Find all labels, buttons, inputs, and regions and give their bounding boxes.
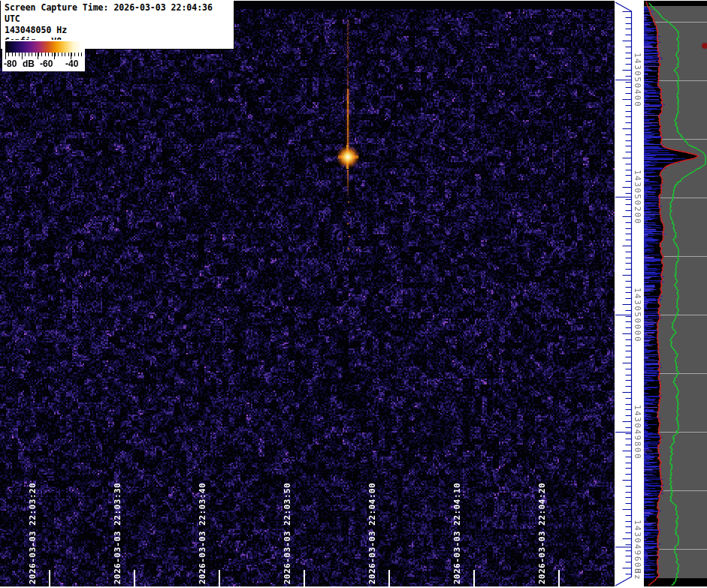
frequency-axis-label: Hz xyxy=(633,568,642,580)
colorbar-label: -80 xyxy=(4,59,17,69)
frequency-axis: 1430504001430502001430500001430498001430… xyxy=(615,0,644,588)
waterfall-spectrogram xyxy=(0,0,615,586)
time-axis-tick xyxy=(219,570,220,586)
colorbar-labels: -80dB-60-40 xyxy=(2,60,85,70)
colorbar-label: -40 xyxy=(65,59,78,69)
colorbar-gradient xyxy=(5,41,82,53)
time-axis-label: 2026-03-03 22:04:00 xyxy=(367,483,377,584)
colorbar-label: -60 xyxy=(40,59,53,69)
frequency-axis-label: 143050000 xyxy=(633,288,642,342)
colorbar-label: dB xyxy=(23,59,35,69)
time-axis-label: 2026-03-03 22:03:50 xyxy=(282,483,292,584)
time-axis-tick xyxy=(49,570,50,586)
time-axis-tick xyxy=(473,570,475,586)
frequency-axis-label: 143049800 xyxy=(633,405,642,460)
time-axis-label: 2026-03-03 22:04:20 xyxy=(537,483,547,584)
frequency-axis-label: 143050400 xyxy=(633,53,642,107)
time-axis-label: 2026-03-03 22:03:20 xyxy=(28,483,38,584)
time-axis-label: 2026-03-03 22:03:30 xyxy=(113,483,122,584)
capture-time-text: Screen Capture Time: 2026-03-03 22:04:36… xyxy=(5,2,230,25)
time-axis-tick xyxy=(558,570,560,586)
capture-frequency-text: 143048050 Hz xyxy=(5,25,230,36)
meteor-scatter-screen: 2026-03-03 22:03:202026-03-03 22:03:3020… xyxy=(0,0,707,588)
time-axis-label: 2026-03-03 22:04:10 xyxy=(452,483,462,584)
time-axis-label: 2026-03-03 22:03:40 xyxy=(198,483,207,584)
spectrum-panel xyxy=(644,0,707,588)
time-axis-tick xyxy=(304,570,305,586)
time-axis-tick xyxy=(388,570,390,586)
time-axis-tick xyxy=(134,570,135,586)
top-border xyxy=(0,0,707,1)
intensity-colorbar: -80dB-60-40 xyxy=(2,40,85,71)
frequency-axis-label: 143049600 xyxy=(633,520,642,574)
frequency-axis-label: 143050200 xyxy=(633,170,642,225)
